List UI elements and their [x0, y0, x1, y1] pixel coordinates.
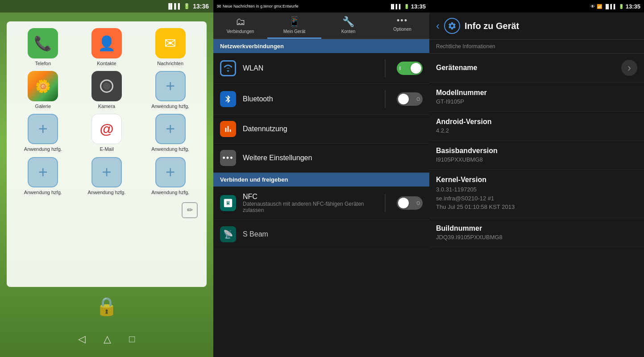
app-galerie[interactable]: 🌼 Galerie — [13, 71, 73, 109]
weitere-label: Weitere Einstellungen — [243, 154, 312, 162]
app-anwendung-2[interactable]: + Anwendung hzfg. — [13, 114, 73, 152]
info-kernel-left: Kernel-Version 3.0.31-1197205se.infra@S0… — [436, 176, 637, 212]
tab-verbindungen[interactable]: 🗂 Verbindungen — [213, 12, 267, 39]
tab-verbindungen-label: Verbindungen — [227, 29, 254, 34]
telefon-icon: 📞 — [28, 28, 58, 58]
tab-verbindungen-icon: 🗂 — [236, 16, 245, 28]
back-button[interactable]: ‹ — [436, 20, 440, 32]
app-kamera[interactable]: Kamera — [77, 71, 137, 109]
nfc-toggle-knob — [398, 198, 409, 208]
anwendung-label-2: Anwendung hzfg. — [24, 146, 62, 152]
app-anwendung-4[interactable]: + Anwendung hzfg. — [13, 157, 73, 195]
settings-wlan[interactable]: WLAN I — [213, 53, 429, 84]
section-verbinden: Verbinden und freigeben — [213, 173, 429, 187]
bluetooth-divider — [385, 90, 386, 108]
nfc-sublabel: Datenaustausch mit anderen NFC-fähigen G… — [243, 201, 378, 213]
wlan-toggle[interactable]: I — [397, 62, 423, 75]
plus-icon-3: + — [155, 114, 186, 144]
bluetooth-toggle[interactable]: O — [397, 92, 423, 106]
right-battery-icon: 🔋 — [619, 4, 624, 9]
edit-button[interactable]: ✏ — [182, 202, 198, 218]
left-signal-icon: ▐▌▌▌ — [166, 3, 182, 9]
tab-mein-geraet-label: Mein Gerät — [283, 29, 305, 34]
weitere-dots-icon: ••• — [223, 154, 234, 163]
info-buildnummer-value: JDQ39.I9105PXXUBMG8 — [436, 234, 637, 241]
nfc-text: NFC Datenaustausch mit anderen NFC-fähig… — [243, 193, 378, 213]
anwendung-label-5: Anwendung hzfg. — [87, 190, 125, 195]
tab-konten[interactable]: 🔧 Konten — [321, 12, 375, 39]
tab-optionen-icon: ••• — [397, 16, 408, 25]
right-eye-icon: 👁 — [590, 4, 595, 9]
home-recents-icon[interactable]: □ — [129, 333, 135, 345]
tab-optionen[interactable]: ••• Optionen — [375, 12, 429, 39]
wlan-toggle-on-label: I — [399, 66, 401, 71]
datennutzung-text: Datennutzung — [243, 125, 423, 133]
bluetooth-toggle-off-label: O — [416, 97, 420, 102]
plus-icon-5: + — [91, 157, 122, 187]
info-basisband-left: Basisbandversion I9105PXXUBMG8 — [436, 147, 637, 163]
bluetooth-label: Bluetooth — [243, 95, 273, 103]
home-nav: ◁ △ □ — [0, 321, 213, 357]
bluetooth-text: Bluetooth — [243, 95, 378, 103]
info-content: Gerätename › Modellnummer GT-I9105P Andr… — [429, 54, 644, 357]
info-android-value: 4.2.2 — [436, 127, 637, 134]
home-back-icon[interactable]: ◁ — [78, 333, 86, 345]
tab-mein-geraet-icon: 📱 — [288, 16, 300, 28]
tab-mein-geraet[interactable]: 📱 Mein Gerät — [267, 12, 321, 39]
tab-konten-label: Konten — [341, 29, 356, 34]
plus-icon-4: + — [28, 157, 58, 187]
nfc-toggle[interactable]: O — [397, 196, 423, 210]
right-time: 13:35 — [626, 3, 640, 10]
info-geraetename-title: Gerätename — [436, 64, 621, 72]
app-anwendung-6[interactable]: + Anwendung hzfg. — [141, 157, 200, 195]
settings-sbeam[interactable]: 📡 S Beam — [213, 220, 429, 249]
app-nachrichten[interactable]: ✉ Nachrichten — [141, 28, 200, 66]
camera-lens — [100, 79, 113, 93]
section-netzwerk-label: Netzwerkverbindungen — [220, 43, 284, 50]
bluetooth-toggle-knob — [398, 94, 409, 104]
app-kontakte[interactable]: 👤 Kontakte — [77, 28, 137, 66]
info-buildnummer: Buildnummer JDQ39.I9105PXXUBMG8 — [429, 218, 644, 247]
lock-icon: 🔒 — [96, 296, 118, 317]
settings-bluetooth[interactable]: Bluetooth O — [213, 84, 429, 115]
geraetename-chevron: › — [621, 60, 637, 76]
anwendung-label-4: Anwendung hzfg. — [24, 190, 62, 195]
mid-statusbar-right: ▐▌▌▌ 🔋 13:35 — [389, 3, 426, 10]
info-modellnummer-left: Modellnummer GT-I9105P — [436, 89, 637, 105]
mid-statusbar-left: ✉ Neue Nachrichten in g.tenor gmx:Entwur… — [217, 4, 387, 9]
app-telefon[interactable]: 📞 Telefon — [13, 28, 73, 66]
settings-nfc[interactable]: NFC Datenaustausch mit anderen NFC-fähig… — [213, 187, 429, 220]
nachrichten-icon: ✉ — [155, 28, 186, 58]
info-geraetename[interactable]: Gerätename › — [429, 54, 644, 83]
lock-container: 🔒 — [0, 296, 213, 317]
statusbar-text: Neue Nachrichten in g.tenor gmx:Entwurfe — [223, 4, 299, 8]
wlan-toggle-knob — [411, 63, 421, 74]
kamera-icon — [91, 71, 122, 101]
settings-weitere[interactable]: ••• Weitere Einstellungen — [213, 144, 429, 173]
app-anwendung-1[interactable]: + Anwendung hzfg. — [141, 71, 200, 109]
app-email[interactable]: @ E-Mail — [77, 114, 137, 152]
info-kernel: Kernel-Version 3.0.31-1197205se.infra@S0… — [429, 170, 644, 218]
sbeam-icon: 📡 — [220, 226, 236, 242]
left-time: 13:36 — [193, 3, 209, 10]
plus-icon-2: + — [28, 114, 58, 144]
info-section-header-label: Rechtliche Informationen — [436, 43, 495, 50]
photo-thumb: 🌼 — [28, 71, 58, 101]
info-modellnummer: Modellnummer GT-I9105P — [429, 83, 644, 112]
home-home-icon[interactable]: △ — [104, 333, 111, 345]
app-anwendung-3[interactable]: + Anwendung hzfg. — [141, 114, 200, 152]
app-anwendung-5[interactable]: + Anwendung hzfg. — [77, 157, 137, 195]
right-header: ‹ Info zu Gerät — [429, 12, 644, 40]
wlan-divider — [385, 59, 386, 77]
message-icon: ✉ — [217, 4, 221, 9]
sbeam-label: S Beam — [243, 230, 268, 238]
tab-optionen-label: Optionen — [393, 27, 411, 32]
info-buildnummer-left: Buildnummer JDQ39.I9105PXXUBMG8 — [436, 224, 637, 241]
sbeam-text: S Beam — [243, 230, 423, 238]
settings-datennutzung[interactable]: Datennutzung — [213, 115, 429, 144]
kamera-label: Kamera — [98, 104, 116, 109]
kontakte-icon: 👤 — [91, 28, 122, 58]
info-basisband: Basisbandversion I9105PXXUBMG8 — [429, 141, 644, 170]
anwendung-label-6: Anwendung hzfg. — [151, 190, 189, 195]
wlan-label: WLAN — [243, 64, 263, 72]
